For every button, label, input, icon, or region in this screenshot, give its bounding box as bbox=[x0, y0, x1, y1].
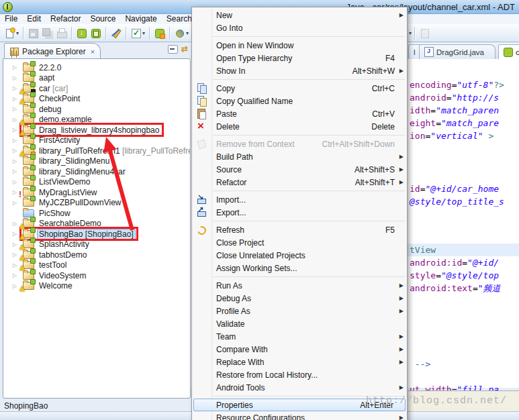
project-folder-icon bbox=[23, 261, 34, 269]
menubar-item-navigate[interactable]: Navigate bbox=[120, 14, 161, 24]
menu-item-refactor[interactable]: RefactorAlt+Shift+T▶ bbox=[192, 176, 407, 189]
chevron-down-icon[interactable]: ▾ bbox=[409, 30, 412, 36]
project-folder-icon bbox=[23, 219, 34, 227]
chevron-down-icon[interactable]: ▾ bbox=[186, 30, 189, 36]
toolbar-button-print[interactable] bbox=[54, 25, 68, 40]
tree-item-label: FirstActivity bbox=[38, 136, 81, 145]
junit-icon bbox=[130, 28, 142, 39]
java-decorator-icon bbox=[30, 134, 36, 139]
project-folder-icon bbox=[23, 240, 34, 248]
java-decorator-icon bbox=[30, 248, 36, 254]
menu-item-close-project[interactable]: Close Project bbox=[192, 236, 407, 249]
menu-item-refresh[interactable]: RefreshF5 bbox=[192, 223, 407, 236]
editor-tab-draggrid-java[interactable]: DragGrid.java bbox=[419, 44, 496, 59]
package-explorer-panel: Package Explorer × ⇄ ▷22.2.0▷aapt▷car [c… bbox=[3, 43, 191, 399]
link-with-editor-button[interactable]: ⇄ bbox=[181, 46, 188, 53]
tree-item-label: ListViewDemo bbox=[38, 177, 91, 187]
tree-item-welcome[interactable]: ▷Welcome bbox=[3, 281, 190, 292]
expand-arrow-icon[interactable]: ▷ bbox=[13, 75, 21, 81]
tree-item-label: debug bbox=[38, 105, 62, 114]
tree-item-content: library_PullToRefresh1 [library_PullToRe… bbox=[21, 146, 191, 156]
expand-arrow-icon[interactable]: ▷ bbox=[13, 64, 21, 70]
menu-item-open-in-new-window[interactable]: Open in New Window bbox=[192, 39, 407, 52]
chevron-down-icon[interactable]: ▾ bbox=[16, 30, 19, 36]
menu-item-shortcut: F4 bbox=[385, 54, 407, 63]
menu-item-resource-configurations[interactable]: Resource Configurations▶ bbox=[192, 411, 407, 420]
expand-arrow-icon[interactable]: ▷ bbox=[13, 138, 21, 144]
menu-item-label: Go Into bbox=[216, 23, 242, 33]
package-explorer-tab[interactable]: Package Explorer × bbox=[4, 43, 101, 59]
close-icon[interactable]: × bbox=[91, 48, 95, 56]
menu-item-run-as[interactable]: Run As▶ bbox=[192, 279, 407, 292]
warning-overlay-icon bbox=[19, 286, 25, 291]
menubar-item-refactor[interactable]: Refactor bbox=[46, 14, 85, 24]
tree-item-label: Drag_listview_library4shopingbao bbox=[38, 125, 160, 135]
java-decorator-icon bbox=[30, 258, 36, 264]
menu-item-paste[interactable]: PasteCtrl+V bbox=[192, 107, 407, 120]
menu-item-remove-from-context: Remove from ContextCtrl+Alt+Shift+Down bbox=[192, 138, 407, 150]
toolbar-button-junit[interactable]: ▾ bbox=[129, 25, 146, 40]
menu-item-replace-with[interactable]: Replace With▶ bbox=[192, 356, 407, 368]
menu-item-close-unrelated-projects[interactable]: Close Unrelated Projects bbox=[192, 249, 407, 262]
expand-arrow-icon[interactable]: ▷ bbox=[13, 168, 21, 174]
chevron-down-icon[interactable]: ▾ bbox=[142, 30, 145, 36]
menu-item-build-path[interactable]: Build Path▶ bbox=[192, 150, 407, 163]
toolbar-button-external-tools[interactable]: ▾ bbox=[173, 25, 190, 40]
menubar-item-source[interactable]: Source bbox=[85, 14, 120, 24]
menubar-item-file[interactable]: File bbox=[0, 14, 22, 24]
menu-item-show-in[interactable]: Show InAlt+Shift+W▶ bbox=[192, 64, 407, 77]
export-icon bbox=[195, 207, 207, 218]
java-decorator-icon bbox=[30, 123, 36, 129]
expand-arrow-icon[interactable]: ▷ bbox=[13, 179, 21, 185]
toolbar-button-android-sdk-manager[interactable] bbox=[75, 25, 89, 40]
toolbar-button-open-file[interactable] bbox=[418, 25, 432, 40]
menu-item-go-into[interactable]: Go Into bbox=[192, 21, 407, 34]
tree-item-suffix: [ShopingBao] bbox=[83, 229, 133, 239]
expand-arrow-icon[interactable]: ▷ bbox=[13, 158, 21, 164]
toolbar-button-save[interactable] bbox=[26, 25, 40, 40]
editor-tab-c[interactable]: c bbox=[498, 44, 519, 59]
menu-item-debug-as[interactable]: Debug As▶ bbox=[192, 292, 407, 305]
menu-item-profile-as[interactable]: Profile As▶ bbox=[192, 305, 407, 317]
menu-item-copy[interactable]: CopyCtrl+C bbox=[192, 82, 407, 95]
project-folder-icon bbox=[23, 251, 34, 259]
menu-item-team[interactable]: Team▶ bbox=[192, 330, 407, 343]
project-folder-icon bbox=[23, 64, 34, 72]
menubar-item-edit[interactable]: Edit bbox=[22, 14, 46, 24]
java-decorator-icon bbox=[30, 269, 36, 274]
tree-item-label: PicShow bbox=[38, 209, 72, 218]
menu-item-label: New bbox=[216, 11, 232, 20]
tree-item-content: Drag_listview_library4shopingbao bbox=[21, 125, 162, 135]
menu-item-compare-with[interactable]: Compare With▶ bbox=[192, 343, 407, 356]
toolbar-button-save-all[interactable] bbox=[40, 25, 54, 40]
toolbar-button-new-android-project[interactable] bbox=[152, 25, 167, 40]
menu-item-new[interactable]: New▶ bbox=[192, 9, 407, 21]
remove-context-icon bbox=[195, 138, 207, 150]
menu-item-delete[interactable]: DeleteDelete bbox=[192, 120, 407, 133]
expand-arrow-icon[interactable]: ▷ bbox=[13, 106, 21, 112]
expand-arrow-icon[interactable]: ▷ bbox=[13, 200, 21, 206]
menu-item-export[interactable]: Export... bbox=[192, 206, 407, 219]
toolbar-button-avd-manager[interactable] bbox=[89, 25, 103, 40]
menu-item-assign-working-sets[interactable]: Assign Working Sets... bbox=[192, 262, 407, 274]
tree-item-content: PicShow bbox=[21, 208, 73, 218]
expand-arrow-icon[interactable]: ▷ bbox=[13, 272, 21, 278]
toolbar-button-new-wizard[interactable]: ▾ bbox=[3, 25, 20, 40]
toolbar-button-lint[interactable] bbox=[109, 25, 123, 40]
folder-icon bbox=[23, 209, 34, 217]
menu-item-source[interactable]: SourceAlt+Shift+S▶ bbox=[192, 163, 407, 176]
menu-item-restore-from-local-history[interactable]: Restore from Local History... bbox=[192, 368, 407, 381]
tree-item-myjczbpulldownview[interactable]: ▷MyJCZBPullDownView bbox=[3, 198, 190, 209]
menu-item-copy-qualified-name[interactable]: Copy Qualified Name bbox=[192, 95, 407, 107]
menu-item-android-tools[interactable]: Android Tools▶ bbox=[192, 381, 407, 394]
tree-item-label: demo.example bbox=[38, 115, 93, 124]
menu-item-import[interactable]: Import... bbox=[192, 193, 407, 206]
java-decorator-icon bbox=[30, 175, 36, 180]
collapse-all-button[interactable] bbox=[168, 45, 178, 54]
menu-item-open-type-hierarchy[interactable]: Open Type HierarchyF4 bbox=[192, 52, 407, 64]
tree-item-label: library_PullToRefresh1 [library_PullToRe… bbox=[38, 146, 191, 156]
menu-item-label: Assign Working Sets... bbox=[216, 264, 297, 273]
tree-item-content: Welcome bbox=[21, 281, 75, 291]
java-file-icon bbox=[424, 47, 434, 57]
menu-item-validate[interactable]: Validate bbox=[192, 317, 407, 330]
